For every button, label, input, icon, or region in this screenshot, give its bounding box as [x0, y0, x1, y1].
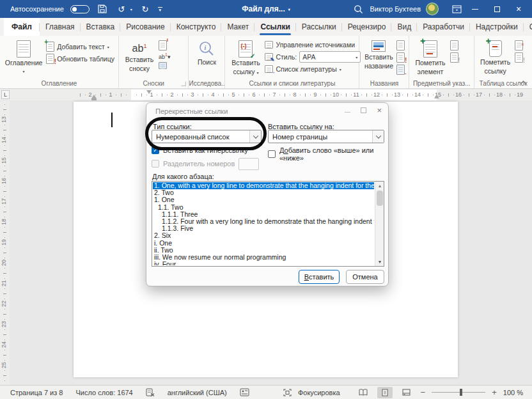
scroll-down-icon[interactable]: ▼: [375, 258, 384, 266]
vertical-ruler[interactable]: 13141516171819202122232425: [0, 101, 10, 385]
left-indent-marker[interactable]: [91, 98, 97, 100]
style-select[interactable]: APA▾: [299, 51, 361, 63]
collapse-ribbon-icon[interactable]: [520, 79, 528, 86]
zoom-in-button[interactable]: +: [492, 387, 497, 397]
page-indicator[interactable]: Страница 7 из 8: [10, 389, 63, 396]
ribbon-display-options-icon[interactable]: [450, 2, 463, 16]
ref-type-combobox[interactable]: Нумерованный список: [152, 130, 262, 143]
accessibility-icon[interactable]: [240, 388, 249, 396]
zoom-level[interactable]: 100 %: [503, 389, 523, 396]
insert-reference-to-combobox[interactable]: Номер страницы: [268, 130, 384, 143]
add-above-below-checkbox[interactable]: Добавить слово «выше» или «ниже»: [268, 146, 388, 162]
insert-endnote-icon[interactable]: i: [159, 40, 167, 51]
scroll-up-icon[interactable]: ▲: [375, 182, 384, 190]
next-footnote-icon[interactable]: ab1▾: [159, 52, 170, 60]
list-item[interactable]: iii. We now resume our normal programmin…: [153, 254, 374, 261]
cross-reference-icon[interactable]: -: [396, 65, 405, 75]
focus-mode-button[interactable]: Фокусировка: [298, 389, 340, 396]
tab-Рисование[interactable]: Рисование: [120, 18, 170, 36]
list-item[interactable]: 1.1.1. Three: [153, 211, 374, 218]
update-index-icon[interactable]: !: [450, 52, 458, 63]
insert-caption-button[interactable]: Вставитьназвание: [363, 39, 394, 79]
tab-Вид[interactable]: Вид: [391, 18, 417, 36]
tab-Ссылки[interactable]: Ссылки: [254, 18, 295, 36]
undo-icon[interactable]: ↺: [115, 2, 128, 16]
close-button[interactable]: ×: [509, 0, 528, 18]
list-item[interactable]: 1.1. Two: [153, 204, 374, 211]
insert-button[interactable]: Вставить: [299, 270, 340, 284]
list-item[interactable]: ii. Two: [153, 247, 374, 254]
maximize-button[interactable]: [487, 0, 506, 18]
tab-Файл[interactable]: Файл: [4, 18, 40, 36]
insert-table-figures-icon[interactable]: [396, 40, 405, 51]
quick-access-more-icon[interactable]: ▾: [158, 7, 162, 12]
update-table-button[interactable]: ! Обновить таблицу: [46, 54, 114, 64]
insert-citation-button[interactable]: (-)✓ Вставитьссылку ▾: [229, 39, 262, 79]
tab-Надстройки[interactable]: Надстройки: [470, 18, 524, 36]
bibliography-button[interactable]: → Список литературы▾: [265, 65, 361, 73]
zoom-out-button[interactable]: −: [421, 387, 426, 397]
language-indicator[interactable]: английский (США): [168, 389, 227, 396]
hyperlink-checkbox-box[interactable]: ✓: [152, 146, 159, 154]
insert-as-hyperlink-checkbox[interactable]: ✓ Вставить как гиперссылку: [152, 146, 248, 154]
print-layout-button[interactable]: [377, 387, 393, 398]
list-item[interactable]: 1.1.3. Five: [153, 225, 374, 232]
save-icon[interactable]: [96, 2, 109, 16]
list-item[interactable]: 1. One, with a very long line to demonst…: [153, 182, 374, 189]
above-below-checkbox-box[interactable]: [268, 150, 276, 158]
proofing-icon[interactable]: [146, 388, 155, 396]
insert-index-icon[interactable]: [450, 40, 458, 51]
search-research-button[interactable]: i Поиск: [192, 39, 221, 79]
tab-Справка[interactable]: Справка: [524, 18, 532, 36]
right-indent-marker[interactable]: [434, 95, 439, 98]
add-text-button[interactable]: + Добавить текст▾: [46, 42, 114, 52]
ref-type-dropdown-icon[interactable]: [249, 130, 261, 143]
insert-toa-icon[interactable]: ≡: [515, 40, 523, 51]
tab-Главная[interactable]: Главная: [40, 18, 81, 36]
group-citations: (-)✓ Вставитьссылку ▾ Управление источни…: [225, 36, 359, 88]
update-toa-icon[interactable]: !: [515, 52, 523, 63]
paragraph-listbox[interactable]: 1. One, with a very long line to demonst…: [152, 181, 384, 267]
zoom-slider[interactable]: [432, 392, 485, 393]
tab-Разработчи[interactable]: Разработчи: [417, 18, 470, 36]
web-layout-button[interactable]: [399, 387, 414, 398]
first-line-indent-marker[interactable]: [146, 90, 152, 94]
insert-to-dropdown-icon[interactable]: [372, 130, 384, 143]
scroll-thumb[interactable]: [377, 191, 383, 206]
tab-Конструкто[interactable]: Конструкто: [171, 18, 222, 36]
list-item[interactable]: iv. Four: [153, 261, 374, 265]
read-mode-button[interactable]: [356, 387, 371, 398]
minimize-button[interactable]: [465, 0, 485, 18]
toc-button[interactable]: Оглавление▾: [4, 39, 43, 79]
document-title[interactable]: Файл для...▾: [242, 0, 290, 18]
manage-sources-button[interactable]: Управление источниками: [265, 41, 361, 49]
list-item[interactable]: 2. Six: [153, 232, 374, 239]
user-avatar[interactable]: [426, 3, 439, 15]
list-item[interactable]: 1.1.2. Four with a very long line to dem…: [153, 218, 374, 225]
zoom-slider-thumb[interactable]: [460, 389, 462, 396]
ruler-number: 10: [332, 91, 339, 98]
list-scrollbar[interactable]: ▲ ▼: [375, 182, 384, 266]
cancel-button[interactable]: Отмена: [346, 270, 384, 284]
user-name[interactable]: Виктор Бухтеев: [370, 5, 421, 13]
tab-Макет[interactable]: Макет: [221, 18, 254, 36]
tab-stop-selector[interactable]: L: [1, 90, 10, 99]
horizontal-ruler[interactable]: 2112345678910111213141516171819: [0, 90, 532, 100]
insert-footnote-button[interactable]: ab1 Вставитьсноску: [123, 39, 156, 79]
tab-Рецензиро[interactable]: Рецензиро: [342, 18, 392, 36]
show-notes-icon[interactable]: [159, 62, 167, 69]
list-item[interactable]: 2. Two: [153, 189, 374, 196]
search-icon[interactable]: [352, 2, 365, 16]
autosave-toggle[interactable]: [70, 5, 90, 13]
tab-Вставка[interactable]: Вставка: [81, 18, 121, 36]
mark-entry-button[interactable]: + Пометитьэлемент: [413, 39, 447, 79]
list-item[interactable]: i. One: [153, 240, 374, 247]
word-count[interactable]: Число слов: 1674: [75, 389, 132, 396]
mark-citation-button[interactable]: + Пометитьссылку: [478, 39, 512, 79]
list-item[interactable]: 1. One: [153, 196, 374, 203]
dialog-close-icon[interactable]: ×: [377, 106, 382, 114]
redo-icon[interactable]: ↻: [139, 2, 152, 16]
tab-Рассылки[interactable]: Рассылки: [296, 18, 342, 36]
update-table-figures-icon[interactable]: !: [396, 52, 405, 63]
footnotes-dialog-launcher-icon[interactable]: [182, 82, 186, 86]
